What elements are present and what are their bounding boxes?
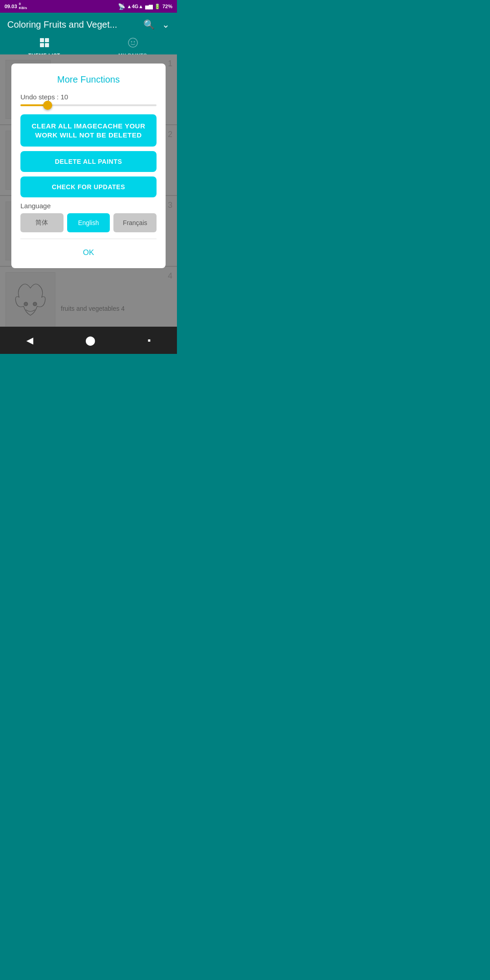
slider-track[interactable]	[20, 104, 157, 106]
face-icon	[127, 37, 138, 51]
language-label: Language	[20, 202, 157, 210]
check-updates-button[interactable]: CHECK FOR UPDATES	[20, 176, 157, 197]
status-right: 📡 ▲4G▲ ▅▆ 🔋 72%	[118, 3, 172, 10]
modal-title: More Functions	[20, 74, 157, 85]
language-section: Language 简体 English Français	[20, 202, 157, 232]
svg-rect-2	[40, 43, 44, 47]
lang-btn-en[interactable]: English	[67, 213, 110, 232]
signal-icon: ▲4G▲	[127, 4, 143, 9]
app-title: Coloring Fruits and Veget...	[7, 20, 117, 30]
ok-button[interactable]: OK	[20, 245, 157, 261]
search-icon[interactable]: 🔍	[143, 19, 155, 30]
delete-all-paints-button[interactable]: DELETE ALL PAINTS	[20, 151, 157, 172]
chevron-down-icon[interactable]: ⌄	[162, 19, 170, 30]
cast-icon: 📡	[118, 3, 125, 10]
svg-point-6	[133, 41, 135, 43]
app-header: Coloring Fruits and Veget... 🔍 ⌄	[0, 13, 177, 34]
svg-rect-3	[45, 43, 49, 47]
home-button[interactable]: ⬤	[82, 331, 99, 349]
lang-btn-fr[interactable]: Français	[113, 213, 157, 232]
status-left: 09.03 0 KB/s	[5, 2, 27, 10]
clear-cache-button[interactable]: CLEAR ALL IMAGECACHE YOUR WORK WILL NOT …	[20, 114, 157, 147]
modal-overlay: More Functions Undo steps : 10 CLEAR ALL…	[0, 54, 177, 327]
gallery-icon	[39, 37, 50, 51]
back-button[interactable]: ◀	[23, 331, 37, 349]
more-functions-modal: More Functions Undo steps : 10 CLEAR ALL…	[11, 64, 166, 268]
status-bar: 09.03 0 KB/s 📡 ▲4G▲ ▅▆ 🔋 72%	[0, 0, 177, 13]
lang-btn-zh[interactable]: 简体	[20, 213, 64, 232]
signal-bars: ▅▆	[145, 4, 152, 10]
svg-point-5	[131, 41, 132, 43]
svg-point-4	[128, 38, 137, 47]
nav-bar: ◀ ⬤ ▪	[0, 327, 177, 354]
undo-slider-container[interactable]	[20, 104, 157, 106]
battery-percent: 72%	[162, 4, 172, 9]
language-buttons: 简体 English Français	[20, 213, 157, 232]
header-icons: 🔍 ⌄	[143, 19, 170, 30]
battery-icon: 🔋	[154, 4, 161, 10]
modal-divider	[20, 239, 157, 239]
data-counter: 0 KB/s	[19, 2, 27, 10]
undo-label: Undo steps : 10	[20, 93, 157, 101]
slider-thumb[interactable]	[43, 101, 52, 110]
svg-rect-1	[45, 38, 49, 42]
svg-rect-0	[40, 38, 44, 42]
time-display: 09.03	[5, 4, 17, 9]
recents-button[interactable]: ▪	[144, 332, 154, 349]
